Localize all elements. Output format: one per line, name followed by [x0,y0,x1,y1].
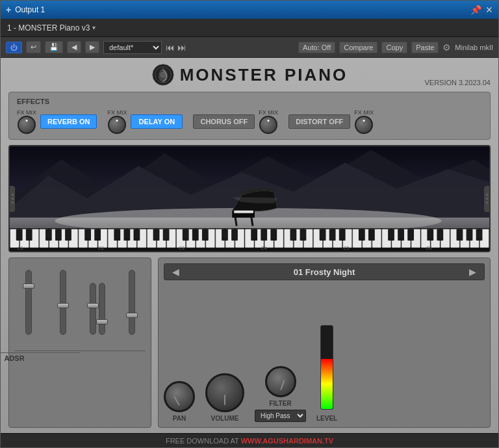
sustain-slider-group [83,283,111,335]
svg-rect-92 [427,229,433,241]
delay-group: FX MIX DELAY ON [107,109,183,134]
svg-rect-69 [114,229,120,241]
pan-control: PAN [164,381,195,422]
piano-keys-bar: C1 C2 C3 C4 C5 C6 [10,228,489,251]
power-button[interactable]: ⏻ [6,42,22,53]
svg-rect-78 [231,229,238,241]
level-bar [321,359,333,409]
svg-rect-62 [16,229,23,241]
svg-rect-84 [320,229,326,241]
loop-button[interactable]: ↩ [26,41,41,53]
chorus-group: CHORUS OFF FX MIX [193,109,278,134]
svg-rect-73 [163,229,170,241]
attack-thumb[interactable] [23,283,34,289]
volume-control: VOLUME [205,373,244,422]
reverb-button[interactable]: REVERB ON [40,114,97,129]
filter-type-select[interactable]: High Pass Low Pass Band Pass Notch [255,410,306,422]
next-preset-button[interactable]: ▶ [85,41,99,53]
svg-line-8 [235,218,237,226]
volume-knob[interactable] [205,373,244,412]
paste-button[interactable]: Paste [411,42,439,53]
chorus-fx-label: FX MIX [259,109,278,116]
delay-fx-label: FX MIX [107,109,127,116]
sustain-thumb-1[interactable] [87,303,99,308]
svg-rect-72 [153,229,160,241]
decay-slider-group [49,270,77,335]
save-button[interactable]: 💾 [45,41,63,53]
decay-thumb[interactable] [57,303,69,308]
svg-rect-80 [261,229,267,241]
preset-dropdown[interactable]: default* [103,41,162,54]
reverb-knob[interactable] [18,116,36,134]
rewind-button[interactable]: ⏮ [166,42,175,53]
filter-label: FILTER [269,400,291,407]
forward-button[interactable]: ⏭ [177,42,186,53]
delay-knob[interactable] [108,116,126,134]
instrument-section: ◀ 01 Frosty Night ▶ PAN [158,257,491,428]
release-track[interactable] [129,270,135,335]
bottom-section: ADSR ◀ 01 Frosty Night ▶ [8,257,491,428]
preset-prev-arrow[interactable]: ◀ [170,267,182,277]
sustain-track-1[interactable] [90,283,96,335]
svg-rect-96 [476,229,483,241]
filter-knob[interactable] [265,366,296,397]
chorus-knob-container [259,116,278,134]
piano-keys-svg[interactable]: C1 C2 C3 C4 C5 C6 [10,228,489,251]
plugin-name[interactable]: 1 - MONSTER Piano v3 ▾ [7,23,96,33]
window-title: Output 1 [15,5,470,14]
release-slider-group [118,270,146,335]
plugin-header: MONSTER PIANO VERSION 3.2023.04 [8,63,491,86]
svg-rect-85 [329,229,336,241]
footer: FREE DOWNLOAD AT WWW.AGUSHARDIMAN.TV [1,433,498,447]
svg-rect-81 [270,229,277,241]
left-handle[interactable] [10,186,15,212]
prev-button[interactable]: ◀ [67,41,81,53]
midi-label: Minilab mkII [455,44,493,51]
effects-row: FX MIX REVERB ON FX MIX DE [17,109,482,134]
sustain-track-2[interactable] [99,283,105,335]
preset-next-arrow[interactable]: ▶ [467,267,479,277]
plugin-title: MONSTER PIANO [180,65,348,85]
pan-knob[interactable] [164,381,195,412]
svg-rect-95 [467,229,473,241]
svg-rect-88 [368,229,375,241]
auto-button[interactable]: Auto: Off [298,42,335,53]
pin-icon[interactable]: 📌 [470,5,481,15]
footer-text: FREE DOWNLOAD AT WWW.AGUSHARDIMAN.TV [166,437,333,445]
close-icon[interactable]: ✕ [485,5,493,15]
release-thumb[interactable] [126,313,138,318]
distort-button[interactable]: DISTORT OFF [288,114,350,129]
chorus-button[interactable]: CHORUS OFF [193,114,255,129]
copy-button[interactable]: Copy [381,42,407,53]
level-control: LEVEL [316,325,337,422]
svg-rect-76 [202,229,209,241]
right-handle[interactable] [484,186,489,212]
sustain-thumb-2[interactable] [96,319,108,324]
footer-link[interactable]: WWW.AGUSHARDIMAN.TV [241,437,333,445]
compare-button[interactable]: Compare [339,42,377,53]
svg-rect-90 [398,229,404,241]
effects-label: EFFECTS [17,98,482,105]
distort-knob[interactable] [355,116,373,134]
controls-row: PAN VOLUME FILTER [164,285,485,422]
main-window: + Output 1 📌 ✕ 1 - MONSTER Piano v3 ▾ ⏻ … [0,0,499,448]
attack-track[interactable] [25,270,32,335]
chorus-knob[interactable] [259,116,277,134]
plugin-logo: MONSTER PIANO [151,63,348,86]
version-text: VERSION 3.2023.04 [424,79,491,86]
svg-line-9 [251,218,253,226]
decay-track[interactable] [60,270,66,335]
effects-section: EFFECTS FX MIX REVERB ON FX MIX [8,92,491,140]
svg-text:C1: C1 [18,246,23,250]
logo-icon [151,63,175,86]
distort-fx-label: FX MIX [354,109,374,116]
pan-label: PAN [173,415,186,422]
reverb-group: FX MIX REVERB ON [17,109,97,134]
plugin-dropdown-arrow[interactable]: ▾ [92,24,96,31]
gear-icon[interactable]: ⚙ [442,42,451,53]
svg-rect-70 [123,229,130,241]
plugin-body: MONSTER PIANO VERSION 3.2023.04 EFFECTS … [1,58,498,433]
svg-rect-74 [183,229,189,241]
svg-rect-91 [407,229,414,241]
delay-button[interactable]: DELAY ON [131,114,183,129]
